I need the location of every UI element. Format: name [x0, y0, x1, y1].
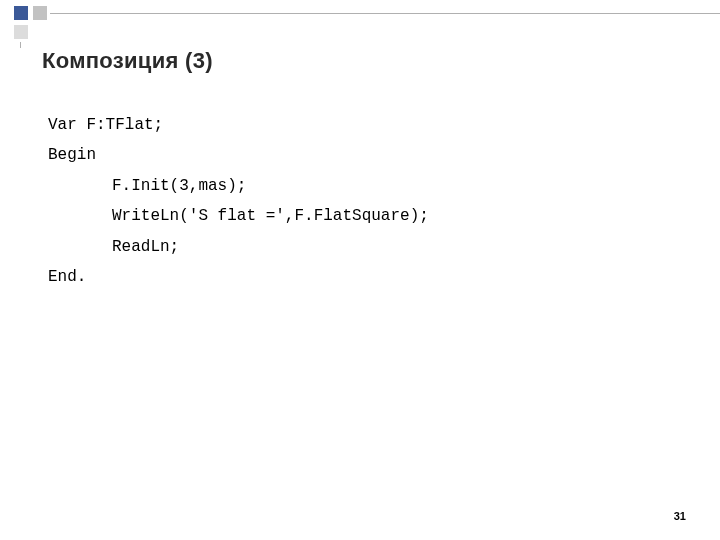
deco-square-gray-1	[33, 6, 47, 20]
slide-title: Композиция (3)	[42, 48, 213, 74]
deco-square-blue	[14, 6, 28, 20]
code-line-3: F.Init(3,mas);	[48, 171, 429, 201]
code-line-1: Var F:TFlat;	[48, 110, 429, 140]
code-line-6: End.	[48, 262, 429, 292]
deco-line-vertical	[20, 42, 21, 48]
page-number: 31	[674, 510, 686, 522]
deco-line-horizontal	[50, 13, 720, 14]
code-line-4: WriteLn('S flat =',F.FlatSquare);	[48, 201, 429, 231]
slide-decoration	[0, 0, 720, 40]
deco-square-gray-2	[14, 25, 28, 39]
code-line-2: Begin	[48, 140, 429, 170]
code-line-5: ReadLn;	[48, 232, 429, 262]
code-block: Var F:TFlat; Begin F.Init(3,mas); WriteL…	[48, 110, 429, 292]
